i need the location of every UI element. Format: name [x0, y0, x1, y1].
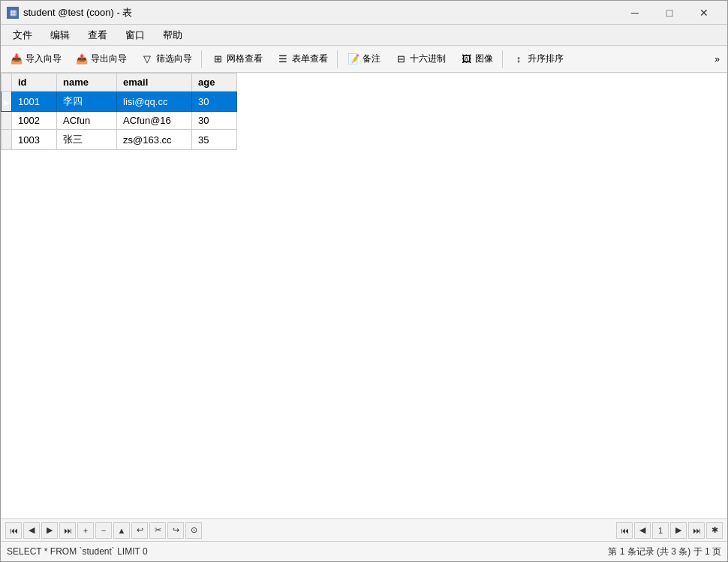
data-table: id name email age ▶ 1001 李四 lisi@qq.cc 3	[1, 73, 237, 150]
status-bar: SELECT * FROM `student` LIMIT 0 第 1 条记录 …	[1, 542, 727, 561]
image-label: 图像	[475, 53, 493, 65]
cell-id[interactable]: 1001	[12, 92, 57, 112]
toolbar-separator-1	[201, 50, 202, 68]
nav-right: ⏮ ◀ 1 ▶ ⏭ ✱	[616, 522, 723, 539]
import-icon: 📥	[10, 53, 23, 66]
cell-email[interactable]: zs@163.cc	[117, 130, 192, 150]
filter-button[interactable]: ▽ 筛选向导	[134, 49, 198, 70]
image-icon: 🖼	[459, 53, 473, 66]
page-next-button[interactable]: ▶	[670, 522, 687, 539]
cell-name[interactable]: ACfun	[57, 112, 117, 130]
cell-age[interactable]: 30	[192, 112, 237, 130]
page-prev-button[interactable]: ◀	[634, 522, 651, 539]
export-label: 导出向导	[91, 53, 127, 65]
cell-name[interactable]: 张三	[57, 130, 117, 150]
filter-icon: ▽	[140, 53, 154, 66]
grid-view-button[interactable]: ⊞ 网格查看	[205, 49, 269, 70]
note-label: 备注	[362, 53, 381, 65]
status-info: 第 1 条记录 (共 3 条) 于 1 页	[608, 545, 721, 558]
nav-last-button[interactable]: ⏭	[59, 522, 76, 539]
row-pointer-icon: ▶	[4, 98, 10, 107]
nav-prev-button[interactable]: ◀	[23, 522, 40, 539]
cell-id[interactable]: 1003	[12, 130, 57, 150]
menu-view[interactable]: 查看	[79, 26, 116, 45]
page-last-button[interactable]: ⏭	[688, 522, 705, 539]
page-first-button[interactable]: ⏮	[616, 522, 633, 539]
status-sql: SELECT * FROM `student` LIMIT 0	[7, 546, 608, 557]
filter-label: 筛选向导	[156, 53, 192, 65]
grid-label: 网格查看	[227, 53, 263, 65]
form-icon: ☰	[276, 53, 290, 66]
col-header-name[interactable]: name	[57, 74, 117, 92]
image-button[interactable]: 🖼 图像	[453, 49, 499, 70]
page-settings-button[interactable]: ✱	[706, 522, 723, 539]
table-area: id name email age ▶ 1001 李四 lisi@qq.cc 3	[1, 73, 727, 518]
row-pointer-cell	[2, 112, 12, 130]
hex-label: 十六进制	[410, 53, 446, 65]
import-button[interactable]: 📥 导入向导	[4, 49, 68, 70]
cell-email[interactable]: lisi@qq.cc	[117, 92, 192, 112]
nav-play-button[interactable]: ▶	[41, 522, 58, 539]
main-window: ▦ student @test (coon) - 表 ─ □ ✕ 文件 编辑 查…	[0, 0, 728, 562]
nav-redo-button[interactable]: ↪	[167, 522, 184, 539]
table-row[interactable]: 1002 ACfun ACfun@16 30	[2, 112, 237, 130]
hex-icon: ⊟	[394, 53, 408, 66]
sort-button[interactable]: ↕ 升序排序	[506, 49, 570, 70]
form-view-button[interactable]: ☰ 表单查看	[270, 49, 334, 70]
toolbar-separator-2	[337, 50, 338, 68]
window-controls: ─ □ ✕	[618, 1, 721, 25]
col-header-age[interactable]: age	[192, 74, 237, 92]
import-label: 导入向导	[26, 53, 62, 65]
cell-id[interactable]: 1002	[12, 112, 57, 130]
bottom-area: ⏮ ◀ ▶ ⏭ + − ▲ ↩ ✂ ↪ ⊙ ⏮ ◀ 1 ▶ ⏭ ✱ SELECT…	[1, 518, 727, 561]
nav-delete-button[interactable]: −	[95, 522, 112, 539]
window-title: student @test (coon) - 表	[23, 6, 618, 20]
title-bar: ▦ student @test (coon) - 表 ─ □ ✕	[1, 1, 727, 25]
note-icon: 📝	[347, 53, 360, 66]
sort-label: 升序排序	[528, 53, 564, 65]
menu-bar: 文件 编辑 查看 窗口 帮助	[1, 25, 727, 46]
col-header-email[interactable]: email	[117, 74, 192, 92]
toolbar: 📥 导入向导 📤 导出向导 ▽ 筛选向导 ⊞ 网格查看 ☰ 表单查看 📝 备注 …	[1, 46, 727, 73]
minimize-button[interactable]: ─	[618, 1, 652, 25]
close-button[interactable]: ✕	[687, 1, 721, 25]
table-scroll[interactable]: id name email age ▶ 1001 李四 lisi@qq.cc 3	[1, 73, 727, 518]
col-header-id[interactable]: id	[12, 74, 57, 92]
cell-name[interactable]: 李四	[57, 92, 117, 112]
nav-first-button[interactable]: ⏮	[5, 522, 22, 539]
maximize-button[interactable]: □	[652, 1, 687, 25]
nav-refresh-button[interactable]: ⊙	[185, 522, 202, 539]
nav-bar: ⏮ ◀ ▶ ⏭ + − ▲ ↩ ✂ ↪ ⊙ ⏮ ◀ 1 ▶ ⏭ ✱	[1, 519, 727, 542]
table-row[interactable]: 1003 张三 zs@163.cc 35	[2, 130, 237, 150]
menu-edit[interactable]: 编辑	[41, 26, 79, 45]
cell-email[interactable]: ACfun@16	[117, 112, 192, 130]
hex-button[interactable]: ⊟ 十六进制	[388, 49, 452, 70]
row-pointer-cell	[2, 130, 12, 150]
nav-undo-move-button[interactable]: ↩	[131, 522, 148, 539]
grid-icon: ⊞	[211, 53, 224, 66]
nav-add-button[interactable]: +	[77, 522, 94, 539]
menu-file[interactable]: 文件	[4, 26, 41, 45]
toolbar-more[interactable]: »	[710, 51, 724, 68]
export-icon: 📤	[75, 53, 89, 66]
export-button[interactable]: 📤 导出向导	[69, 49, 133, 70]
cell-age[interactable]: 35	[192, 130, 237, 150]
menu-window[interactable]: 窗口	[116, 26, 154, 45]
nav-cut-button[interactable]: ✂	[149, 522, 166, 539]
note-button[interactable]: 📝 备注	[341, 49, 387, 70]
row-pointer-cell: ▶	[2, 92, 12, 112]
app-icon: ▦	[7, 7, 19, 19]
menu-help[interactable]: 帮助	[154, 26, 191, 45]
sort-icon: ↕	[512, 53, 525, 66]
page-number-button[interactable]: 1	[652, 522, 669, 539]
row-indicator-header	[2, 74, 12, 92]
nav-up-button[interactable]: ▲	[113, 522, 130, 539]
form-label: 表单查看	[292, 53, 328, 65]
main-content: id name email age ▶ 1001 李四 lisi@qq.cc 3	[1, 73, 727, 518]
cell-age[interactable]: 30	[192, 92, 237, 112]
toolbar-separator-3	[502, 50, 503, 68]
table-row[interactable]: ▶ 1001 李四 lisi@qq.cc 30	[2, 92, 237, 112]
